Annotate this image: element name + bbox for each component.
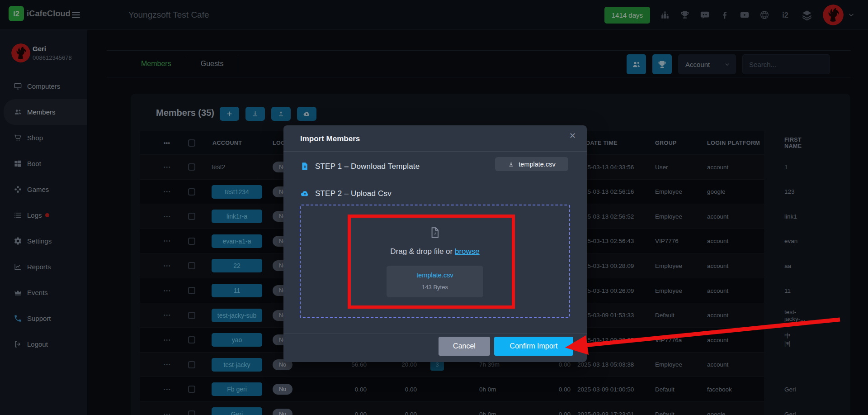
cancel-button[interactable]: Cancel: [439, 337, 490, 356]
download-icon: [508, 161, 514, 167]
close-icon[interactable]: ✕: [569, 131, 576, 141]
template-button-label: template.csv: [519, 161, 555, 168]
download-template-button[interactable]: template.csv: [495, 157, 568, 171]
confirm-import-button[interactable]: Confirm Import: [494, 337, 573, 356]
step1-row: STEP 1 – Download Template: [300, 162, 420, 171]
file-download-icon: [300, 162, 310, 171]
modal-title: Import Members: [300, 134, 360, 143]
annotation-red-rectangle: [348, 215, 515, 309]
app-root: i2 iCafeCloud Youngzsoft Test Cafe 1414 …: [0, 0, 868, 415]
step1-label: STEP 1 – Download Template: [315, 162, 420, 171]
cloud-upload-icon: [300, 189, 310, 198]
step2-label: STEP 2 – Upload Csv: [315, 189, 392, 198]
step2-row: STEP 2 – Upload Csv: [300, 189, 392, 198]
divider: [283, 151, 587, 152]
divider: [283, 334, 587, 334]
